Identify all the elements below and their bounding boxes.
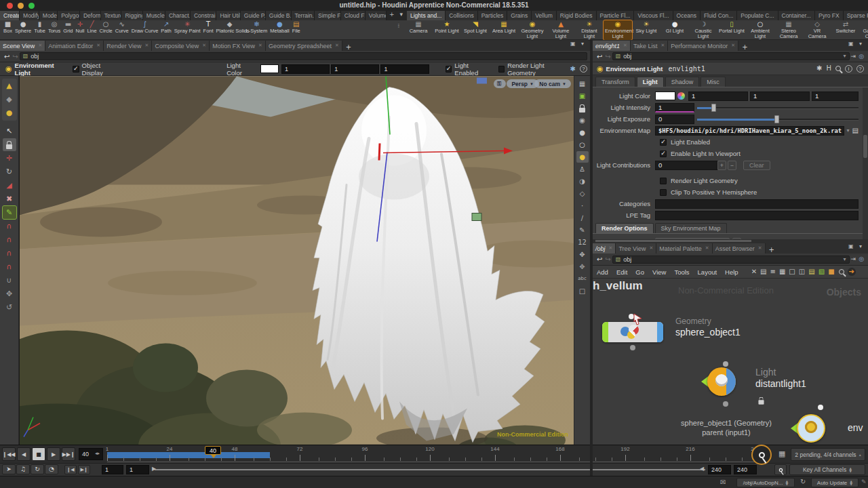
snap-primitive-icon[interactable]: ∩: [3, 260, 16, 273]
range-substart-field[interactable]: 1: [126, 465, 149, 474]
param-tab-light[interactable]: Light: [637, 77, 664, 87]
remove-contribution-button[interactable]: −: [728, 161, 736, 170]
shelf-tool-portal-light[interactable]: ▯Portal Light: [717, 20, 746, 40]
viewer-tab-geometry-spreadsheet[interactable]: Geometry Spreadsheet✕: [266, 41, 342, 51]
chevron-down-icon[interactable]: ▾: [844, 257, 846, 262]
shelf-tool-torus[interactable]: ◎Torus: [47, 20, 62, 40]
light-color-r-field[interactable]: 1: [688, 92, 748, 101]
shelf-tool-draw-curve[interactable]: ∫Draw Curve: [130, 20, 160, 40]
key-all-channels-select[interactable]: Key All Channels▲▼: [789, 464, 865, 475]
range-slider-left-handle[interactable]: ▶: [152, 466, 156, 472]
shelf-tool-circle[interactable]: ○Circle: [98, 20, 114, 40]
shelf-tool-ambient-light[interactable]: ○Ambient Light: [746, 20, 774, 40]
shelf-tab-container[interactable]: Container...: [778, 11, 815, 20]
camera-selector[interactable]: No cam▼: [534, 79, 571, 88]
menu-edit[interactable]: Edit: [612, 268, 631, 276]
close-tab-icon[interactable]: ✕: [202, 43, 206, 48]
close-tab-icon[interactable]: ✕: [660, 43, 665, 48]
state-info-icon[interactable]: ✱: [570, 66, 576, 73]
follow-selection-icon[interactable]: ◎: [859, 256, 864, 262]
snapshot-icon[interactable]: ▦: [576, 78, 589, 89]
layout-icon[interactable]: ▣: [576, 90, 589, 102]
shelf-tab-constrai[interactable]: Constrai...: [191, 11, 216, 20]
add-shelf-tab-icon[interactable]: +: [387, 11, 397, 20]
houdini-badge-icon[interactable]: H: [826, 65, 831, 72]
viewer-tab-composite-view[interactable]: Composite View✕: [152, 41, 210, 51]
prev-key-button[interactable]: ❙◀: [64, 465, 77, 474]
spotlight-tool-icon[interactable]: ▲: [3, 79, 16, 92]
light-intensity-slider[interactable]: [697, 103, 859, 113]
pane-controls-icon[interactable]: ▣ ▾: [570, 41, 586, 47]
menu-layout[interactable]: Layout: [694, 268, 722, 276]
refresh-icon[interactable]: ↻: [800, 479, 806, 485]
view-reset-icon[interactable]: ↺: [3, 301, 16, 314]
light-exposure-field[interactable]: 0: [655, 115, 694, 124]
chevron-down-icon[interactable]: ▾: [844, 54, 846, 59]
group-display-icon[interactable]: □: [576, 285, 589, 297]
shelf-tab-vellum[interactable]: Vellum: [532, 11, 557, 20]
shelf-tool-l-system[interactable]: ❄L-System: [245, 20, 269, 40]
audio-icon[interactable]: ♫: [16, 464, 30, 474]
param-node-name-field[interactable]: envlight1: [669, 65, 705, 73]
categories-field[interactable]: [655, 199, 859, 209]
environment-map-field[interactable]: $HFS/houdini/pic/hdri/HDRIHaven_kiara_5_…: [655, 126, 844, 136]
shelf-tab-rigid-bodies[interactable]: Rigid Bodies: [557, 11, 597, 20]
shelf-tab-polygon[interactable]: Polygon: [58, 11, 80, 20]
find-node-icon[interactable]: [839, 269, 844, 274]
shelf-tab-populate-c[interactable]: Populate C...: [737, 11, 778, 20]
scale-tool-icon[interactable]: ◢: [3, 179, 16, 192]
shelf-tab-menu-icon[interactable]: ▾: [397, 11, 406, 20]
node-output-dot[interactable]: [630, 345, 635, 350]
shelf-tool-distant-light[interactable]: ☀Distant Light: [575, 20, 604, 40]
rotate-tool-icon[interactable]: ↻: [3, 165, 16, 178]
hand-tool-icon[interactable]: ✥: [3, 287, 16, 300]
close-tab-icon[interactable]: ✕: [705, 246, 709, 251]
file-chooser-icon[interactable]: ▤: [852, 127, 859, 134]
shelf-tool-stereo-camera[interactable]: ▦Stereo Camera: [774, 20, 803, 40]
viewport-3d-scene[interactable]: ⚿ Persp▼ No cam▼ Non-Commercial Edition: [20, 76, 574, 445]
default-light-icon[interactable]: ○: [576, 139, 589, 150]
light-intensity-field[interactable]: 1: [655, 103, 694, 113]
shelf-tab-volume[interactable]: Volume: [366, 11, 387, 20]
network-path-field[interactable]: ▧ obj ▾: [612, 256, 850, 264]
shelf-tool-sky-light[interactable]: ☀Sky Light: [632, 20, 660, 40]
text-overlay-icon[interactable]: abc: [576, 273, 589, 285]
step-back-button[interactable]: ◀: [17, 447, 31, 461]
light-color-swatch[interactable]: [655, 92, 675, 100]
viewer-tab-scene-view[interactable]: Scene View✕: [0, 41, 45, 51]
shelf-tab-fluid-con[interactable]: Fluid Con...: [701, 11, 737, 20]
light-color-b-field[interactable]: 1: [812, 92, 859, 101]
range-subend-field[interactable]: 240: [734, 465, 757, 474]
shelf-tool-volume-light[interactable]: ▲Volume Light: [547, 20, 575, 40]
shelf-tool-geometry-light[interactable]: ◉Geometry Light: [518, 20, 547, 40]
shelf-tab-muscles[interactable]: Muscles: [143, 11, 165, 20]
headlight-icon[interactable]: ●: [576, 151, 589, 163]
dop-network-select[interactable]: /obj/AutoDopN...▲▼: [736, 478, 795, 487]
new-pane-tab-icon[interactable]: +: [766, 247, 778, 253]
shelf-tab-collisions[interactable]: Collisions: [446, 11, 477, 20]
pending-channels-button[interactable]: 2 pending, 4/4 channels▴: [791, 448, 865, 461]
back-icon[interactable]: ↩: [597, 53, 602, 60]
node-envlight1[interactable]: [791, 414, 825, 443]
list-view-icon[interactable]: ≡: [770, 268, 776, 275]
shelf-tool-null[interactable]: ✛Null: [74, 20, 85, 40]
shelf-tab-deform[interactable]: Deform: [80, 11, 101, 20]
shelf-tab-simple-fx[interactable]: Simple FX: [315, 11, 341, 20]
back-icon[interactable]: ↩: [4, 53, 9, 60]
shelf-tool-box[interactable]: ■Box: [2, 20, 14, 40]
set-keys-icon[interactable]: ➤: [2, 464, 16, 474]
viewer-tab-animation-editor[interactable]: Animation Editor✕: [45, 41, 104, 51]
param-scrollbar[interactable]: [863, 87, 868, 239]
range-start-field[interactable]: 1: [102, 465, 123, 474]
paint-tool-icon[interactable]: ✎: [3, 206, 16, 219]
menu-help[interactable]: Help: [721, 268, 743, 276]
close-tab-icon[interactable]: ✕: [258, 43, 262, 48]
snap-point-icon[interactable]: ∩: [3, 233, 16, 246]
light-exposure-slider[interactable]: [697, 115, 859, 124]
shelf-tool-spot-light[interactable]: ◥Spot Light: [461, 20, 490, 40]
close-tab-icon[interactable]: ✕: [609, 246, 613, 251]
brush-display-icon[interactable]: ✎: [576, 224, 589, 236]
light-color-b-field[interactable]: 1: [380, 64, 429, 74]
light-color-g-field[interactable]: 1: [331, 64, 379, 74]
add-contribution-button[interactable]: +: [717, 161, 726, 170]
